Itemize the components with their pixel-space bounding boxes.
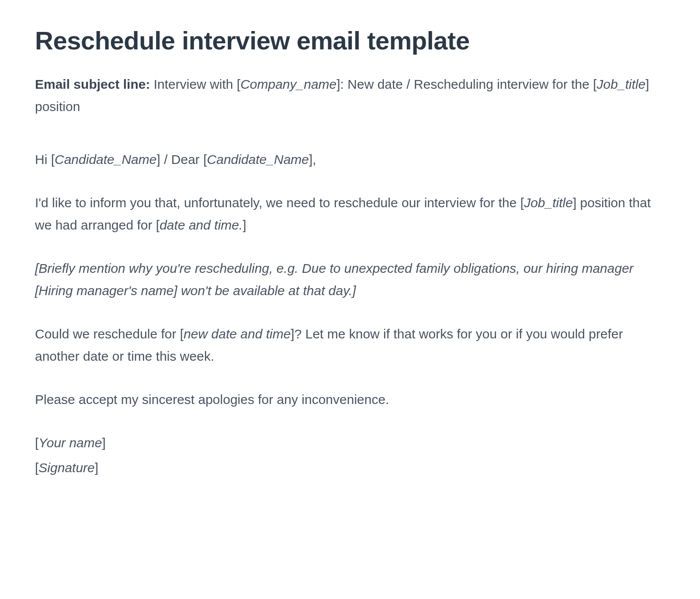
body-paragraph-reschedule: Could we reschedule for [new date and ti… bbox=[35, 323, 665, 367]
placeholder-your-name: Your name bbox=[38, 435, 102, 450]
text: ] bbox=[95, 460, 98, 475]
placeholder-job-title: Job_title bbox=[597, 77, 646, 91]
text: ], bbox=[309, 152, 316, 167]
text: ] / Dear [ bbox=[156, 152, 207, 167]
text: Could we reschedule for [ bbox=[35, 327, 184, 341]
placeholder-job-title: Job_title bbox=[524, 195, 573, 210]
subject-line: Email subject line: Interview with [Comp… bbox=[35, 73, 665, 118]
placeholder-signature: Signature bbox=[38, 460, 94, 475]
placeholder-company-name: Company_name bbox=[240, 77, 336, 91]
text: ]: New date / Rescheduling interview for… bbox=[336, 77, 596, 91]
subject-label: Email subject line: bbox=[35, 77, 150, 91]
text: Hi [ bbox=[35, 152, 55, 167]
text: Interview with [ bbox=[150, 77, 240, 91]
placeholder-candidate-name: Candidate_Name bbox=[207, 152, 309, 167]
page-title: Reschedule interview email template bbox=[35, 26, 665, 56]
body-paragraph-apology: Please accept my sincerest apologies for… bbox=[35, 388, 665, 411]
body-paragraph-reason: [Briefly mention why you're rescheduling… bbox=[35, 257, 665, 302]
body-paragraph-1: I'd like to inform you that, unfortunate… bbox=[35, 192, 665, 236]
signature-name: [Your name] bbox=[35, 432, 665, 454]
placeholder-reason: Briefly mention why you're rescheduling,… bbox=[35, 261, 634, 298]
greeting: Hi [Candidate_Name] / Dear [Candidate_Na… bbox=[35, 148, 665, 171]
text: ] bbox=[243, 218, 246, 232]
placeholder-date-time: date and time. bbox=[159, 218, 243, 232]
text: ] bbox=[352, 283, 356, 298]
placeholder-candidate-name: Candidate_Name bbox=[55, 152, 156, 167]
placeholder-new-date-time: new date and time bbox=[184, 327, 291, 341]
text: I'd like to inform you that, unfortunate… bbox=[35, 195, 524, 210]
text: ] bbox=[102, 435, 105, 450]
signature-sig: [Signature] bbox=[35, 456, 665, 479]
signature-block: [Your name] [Signature] bbox=[35, 432, 665, 479]
